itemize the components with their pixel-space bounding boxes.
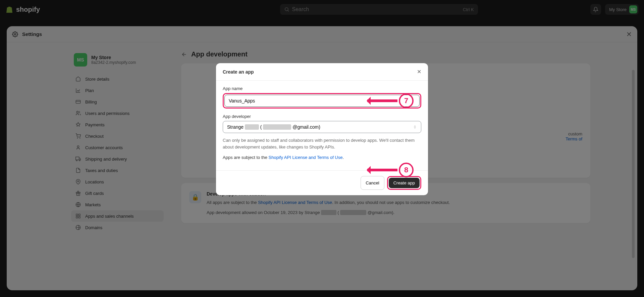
create-app-button[interactable]: Create app [389, 178, 420, 188]
app-name-label: App name [223, 86, 421, 91]
modal-close-button[interactable]: ✕ [417, 69, 421, 75]
modal-body: App name App developer Strange xxxxxx ( … [216, 80, 428, 171]
app-name-highlight [223, 93, 421, 109]
modal-header: Create an app ✕ [216, 63, 428, 80]
developer-select[interactable]: Strange xxxxxx ( xxxxxxxxxxxx @gmail.com… [223, 121, 421, 133]
redacted-dev-email: xxxxxxxxxxxx [263, 124, 291, 130]
modal-title: Create an app [223, 69, 254, 75]
developer-label: App developer [223, 114, 421, 119]
modal-overlay: Create an app ✕ App name App developer S… [0, 0, 644, 297]
developer-help-text: Can only be assigned to staff and collab… [223, 137, 421, 150]
subject-text: Apps are subject to the Shopify API Lice… [223, 154, 421, 161]
select-chevron-icon [413, 125, 417, 129]
create-app-modal: Create an app ✕ App name App developer S… [216, 63, 428, 195]
create-button-highlight: Create app [387, 176, 421, 190]
modal-footer: Cancel Create app [216, 171, 428, 195]
modal-terms-link[interactable]: Shopify API License and Terms of Use [269, 155, 343, 160]
cancel-button[interactable]: Cancel [361, 176, 384, 190]
developer-value: Strange xxxxxx ( xxxxxxxxxxxx @gmail.com… [227, 124, 320, 130]
app-name-input[interactable] [224, 95, 420, 107]
redacted-dev-name: xxxxxx [245, 124, 259, 130]
